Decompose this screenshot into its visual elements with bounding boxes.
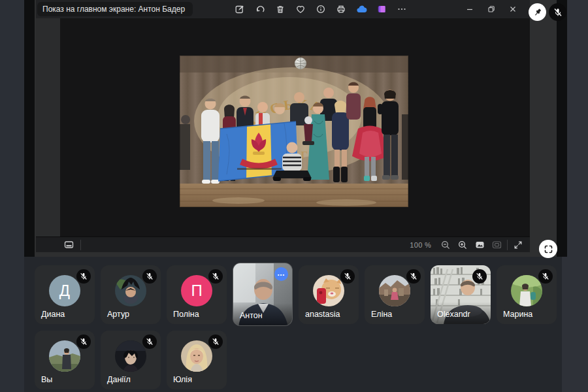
participant-name: Марина [503,310,532,319]
mic-muted-icon [80,338,88,346]
mic-muted-badge [76,269,91,284]
zoom-out-icon [440,240,451,250]
tile-anton[interactable]: … Антон [233,263,293,326]
tile-elina[interactable]: Еліна [365,265,425,324]
tile-daniil[interactable]: Даніїл [101,331,161,389]
expand-icon [544,244,553,254]
avatar-image [115,275,146,306]
filmstrip-toggle-button[interactable] [62,238,75,252]
more-icon [397,4,407,14]
tile-artur[interactable]: Артур [101,265,161,324]
mic-muted-icon [410,272,417,280]
gallery-button[interactable] [374,1,389,17]
avatar-photo [181,340,212,372]
avatar-image [181,340,212,372]
mic-muted-icon [212,338,220,346]
actual-size-button[interactable] [490,238,503,252]
mic-muted-icon [542,272,549,280]
gallery-side-pane[interactable] [36,18,60,237]
share-label: Показ на главном экране: Антон Бадер [37,2,193,16]
avatar-photo [511,275,542,306]
tile-olexandr[interactable]: Olexandr [431,265,491,324]
restore-button[interactable] [483,1,499,17]
fit-to-window-button[interactable] [473,238,486,252]
cloud-button[interactable] [353,1,369,17]
avatar-photo [115,275,146,306]
cloud-icon [356,4,367,15]
shared-desktop: Показ на главном экране: Антон Бадер [35,0,557,257]
avatar-photo [379,275,410,306]
fit-to-window-icon [474,239,485,250]
more-button[interactable] [394,1,410,17]
participant-name: Юлія [173,375,192,384]
avatar: П [181,275,212,306]
print-button[interactable] [333,1,349,17]
window-controls [462,0,521,18]
zoom-out-button[interactable] [439,238,452,252]
mic-muted-badge [208,269,223,284]
expand-share-button[interactable] [539,240,557,258]
share-muted-indicator [549,3,566,21]
mic-muted-icon [476,272,483,280]
avatar-photo [115,340,146,372]
favorite-button[interactable] [293,1,308,17]
avatar-letter: П [191,282,202,300]
mic-muted-icon [553,8,563,17]
participant-name: Поліна [173,310,199,319]
fullscreen-icon [513,240,523,250]
participant-name: Диана [41,310,65,319]
avatar-photo [313,275,344,306]
info-icon [316,4,326,14]
fullscreen-button[interactable] [512,238,525,252]
mic-muted-badge [472,269,487,284]
mic-muted-icon [146,338,154,346]
photos-titlebar: Показ на главном экране: Антон Бадер [36,0,530,18]
tile-anastasia[interactable]: anastasia [299,265,359,324]
viewer-statusbar: 100 % [36,237,530,252]
heart-icon [295,4,306,14]
minimize-button[interactable] [462,1,478,17]
avatar-image [511,275,542,306]
mic-muted-badge [142,269,157,284]
photo-canvas: ГАНСЬКА ЛІГА [60,18,530,237]
zoom-in-icon [457,240,468,250]
mic-muted-badge [208,335,223,349]
participant-name: Еліна [371,310,392,319]
tile-you[interactable]: Вы [35,331,95,389]
pin-icon [532,7,543,18]
participant-name: Olexandr [437,310,470,319]
tile-more-menu-badge[interactable]: … [274,267,288,281]
mic-muted-badge [76,335,91,349]
pin-share-button[interactable] [529,3,546,21]
avatar-letter: Д [59,282,70,300]
zoom-in-button[interactable] [456,238,469,252]
tile-diana[interactable]: Д Диана [35,265,95,324]
stage-group-photo: ГАНСЬКА ЛІГА [180,56,408,207]
gallery-icon [376,4,387,14]
mic-muted-badge [538,269,553,284]
avatar-image [115,340,146,372]
tile-yulia[interactable]: Юлія [167,331,227,389]
shared-photo: ГАНСЬКА ЛІГА [180,56,408,207]
screen-share-stage: Показ на главном экране: Антон Бадер [24,0,567,257]
mic-muted-icon [344,272,351,280]
delete-button[interactable] [272,1,288,17]
participant-name: Артур [107,310,129,319]
avatar-image [379,275,410,306]
tile-marina[interactable]: Марина [497,265,557,324]
avatar-image [49,340,80,372]
rotate-icon [255,4,265,14]
rotate-button[interactable] [252,1,268,17]
tile-polina[interactable]: П Поліна [167,265,227,324]
mic-muted-badge [340,269,355,284]
close-button[interactable] [505,1,521,17]
mic-muted-badge [142,335,157,349]
info-button[interactable] [313,1,329,17]
avatar-image [313,275,344,306]
photos-app-window: Показ на главном экране: Антон Бадер [36,0,530,252]
avatar-photo [49,340,80,372]
participant-name: Даніїл [107,375,131,384]
mic-muted-icon [212,272,220,280]
filmstrip-icon [63,239,74,250]
edit-button[interactable] [232,1,248,17]
